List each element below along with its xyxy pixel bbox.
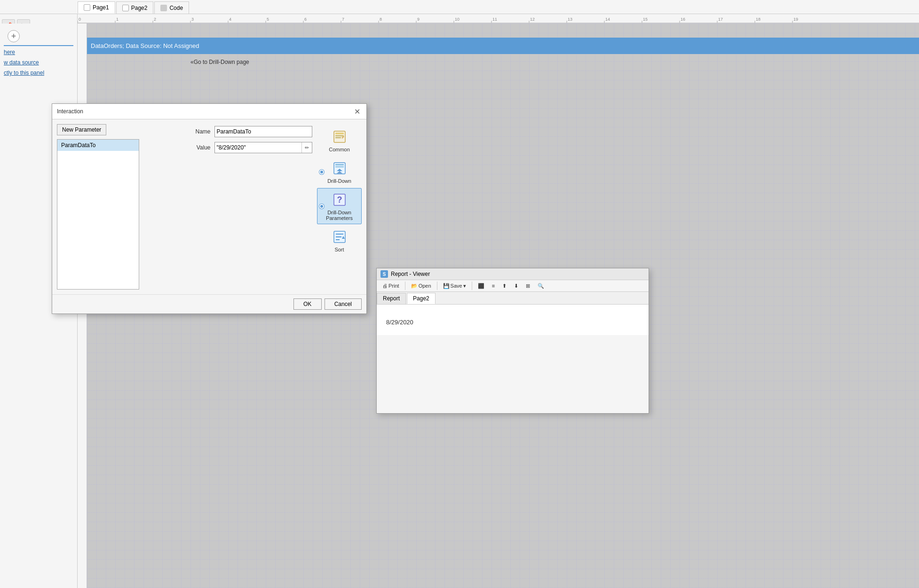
dialog-footer: OK Cancel — [52, 294, 366, 314]
param-list-item[interactable]: ParamDataTo — [57, 140, 139, 151]
svg-rect-47 — [335, 166, 344, 167]
panel-link-3[interactable]: ctly to this panel — [4, 70, 73, 76]
interaction-dialog: Interaction ✕ New Parameter ParamDataTo … — [52, 103, 367, 314]
name-label: Name — [187, 128, 211, 135]
horizontal-ruler: // ruler marks will be drawn by JS below… — [78, 14, 919, 24]
viewer-extra-btn-4[interactable]: ⬇ — [511, 282, 521, 290]
svg-text:17: 17 — [718, 17, 723, 22]
name-input[interactable] — [214, 126, 313, 137]
viewer-content: 8/29/2020 — [377, 305, 649, 335]
left-panel-links: + here w data source ctly to this panel — [0, 24, 77, 85]
dialog-close-button[interactable]: ✕ — [352, 107, 362, 116]
svg-text:14: 14 — [605, 17, 610, 22]
report-header-band: DataOrders; Data Source: Not Assigned — [87, 38, 919, 54]
svg-text:?: ? — [337, 195, 342, 204]
save-button[interactable]: 💾 Save ▾ — [440, 282, 469, 290]
viewer-tab-report[interactable]: Report — [377, 293, 406, 304]
svg-text:13: 13 — [568, 17, 572, 22]
sort-label: Sort — [334, 247, 344, 252]
toolbar-sep-2 — [437, 282, 437, 290]
toolbar-sep-3 — [472, 282, 472, 290]
svg-text:15: 15 — [643, 17, 648, 22]
page2-icon — [122, 5, 129, 11]
svg-text:10: 10 — [455, 17, 460, 22]
viewer-extra-btn-2[interactable]: ≡ — [489, 282, 498, 290]
svg-rect-42 — [335, 133, 344, 134]
svg-text:0: 0 — [79, 17, 81, 22]
svg-text:4: 4 — [229, 17, 231, 22]
form-name-row: Name — [187, 126, 313, 137]
svg-text:16: 16 — [681, 17, 685, 22]
ok-button[interactable]: OK — [293, 298, 322, 310]
viewer-tab-bar: Report Page2 — [377, 292, 649, 305]
viewer-extra-btn-5[interactable]: ⊞ — [523, 282, 533, 290]
viewer-titlebar: S Report - Viewer — [377, 268, 649, 280]
value-edit-button[interactable]: ✏ — [301, 142, 312, 153]
form-value-row: Value ✏ — [187, 142, 313, 153]
svg-text:11: 11 — [492, 17, 497, 22]
report-header-text: DataOrders; Data Source: Not Assigned — [91, 42, 199, 49]
svg-text:19: 19 — [793, 17, 798, 22]
dialog-form: Name Value ✏ — [187, 124, 313, 290]
open-button[interactable]: 📂 Open — [408, 282, 434, 290]
viewer-date: 8/29/2020 — [386, 319, 639, 326]
common-label: Common — [329, 147, 350, 152]
tab-page1-label: Page1 — [93, 4, 109, 11]
viewer-extra-btn-3[interactable]: ⬆ — [499, 282, 509, 290]
report-viewer-window: S Report - Viewer 🖨 Print 📂 Open 💾 Save … — [376, 268, 649, 414]
svg-text:1: 1 — [116, 17, 119, 22]
drill-down-element[interactable]: «Go to Drill-Down page — [190, 59, 249, 65]
viewer-tab-page2[interactable]: Page2 — [407, 293, 436, 304]
svg-text:9: 9 — [417, 17, 420, 22]
cancel-button[interactable]: Cancel — [325, 298, 362, 310]
value-label: Value — [187, 144, 211, 151]
svg-text:2: 2 — [154, 17, 156, 22]
drill-down-params-dot — [319, 204, 324, 209]
drill-down-label: Drill-Down — [327, 178, 351, 184]
tab-page1[interactable]: Page1 — [78, 1, 115, 14]
svg-text:7: 7 — [342, 17, 344, 22]
viewer-icon: S — [380, 270, 388, 278]
print-button[interactable]: 🖨 Print — [380, 282, 402, 290]
code-icon — [160, 5, 167, 11]
sort-icon-btn[interactable]: Sort — [317, 225, 362, 256]
add-button[interactable]: + — [8, 30, 20, 42]
svg-rect-44 — [335, 137, 341, 138]
dialog-body: New Parameter ParamDataTo Name Value ✏ — [52, 119, 366, 294]
viewer-title: Report - Viewer — [391, 271, 430, 277]
common-icon — [331, 128, 348, 145]
dialog-icon-panel: Common Drill-Down — [317, 124, 362, 290]
panel-link-1[interactable]: here — [4, 49, 73, 55]
toolbar-sep-1 — [405, 282, 405, 290]
svg-rect-46 — [335, 164, 344, 165]
svg-text:6: 6 — [304, 17, 307, 22]
dialog-titlebar: Interaction ✕ — [52, 104, 366, 119]
drill-down-params-label: Drill-Down Parameters — [319, 210, 359, 221]
dialog-param-section: New Parameter ParamDataTo — [57, 124, 182, 290]
svg-text:12: 12 — [530, 17, 535, 22]
viewer-extra-btn-1[interactable]: ⬛ — [475, 282, 487, 290]
new-parameter-button[interactable]: New Parameter — [57, 124, 106, 135]
tab-page2[interactable]: Page2 — [116, 1, 154, 14]
tab-bar: Page1 Page2 Code — [0, 0, 919, 14]
viewer-toolbar: 🖨 Print 📂 Open 💾 Save ▾ ⬛ ≡ ⬆ ⬇ ⊞ 🔍 — [377, 280, 649, 292]
svg-text:18: 18 — [756, 17, 761, 22]
drill-down-icon-btn[interactable]: Drill-Down — [317, 157, 362, 187]
param-list: ParamDataTo — [57, 139, 139, 290]
tab-code[interactable]: Code — [154, 1, 189, 14]
svg-text:5: 5 — [267, 17, 269, 22]
value-input-container: ✏ — [214, 142, 313, 153]
drill-down-dot — [319, 170, 324, 174]
svg-rect-43 — [335, 135, 344, 136]
viewer-extra-btn-6[interactable]: 🔍 — [535, 282, 547, 290]
drill-down-params-icon: ? — [331, 191, 348, 208]
panel-link-2[interactable]: w data source — [4, 59, 73, 66]
tab-page2-label: Page2 — [131, 5, 148, 11]
common-icon-btn[interactable]: Common — [317, 125, 362, 156]
page1-icon — [84, 4, 90, 11]
svg-text:3: 3 — [191, 17, 194, 22]
sort-icon — [331, 228, 348, 245]
value-input[interactable] — [215, 142, 302, 153]
drill-down-icon — [331, 160, 348, 177]
drill-down-params-icon-btn[interactable]: ? Drill-Down Parameters — [317, 188, 362, 224]
